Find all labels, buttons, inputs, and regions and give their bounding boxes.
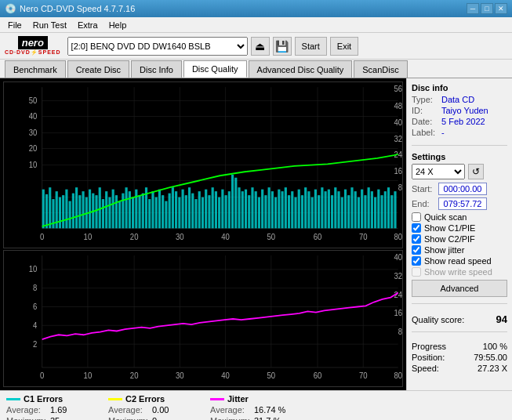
svg-rect-121 — [314, 190, 317, 229]
svg-rect-112 — [285, 187, 287, 228]
disc-info-title: Disc info — [412, 83, 507, 92]
svg-rect-96 — [231, 175, 234, 228]
svg-rect-44 — [59, 197, 61, 229]
svg-text:60: 60 — [314, 233, 322, 242]
svg-rect-57 — [102, 199, 104, 228]
maximize-button[interactable]: □ — [481, 3, 493, 14]
svg-rect-122 — [318, 195, 320, 228]
tab-advanced-disc-quality[interactable]: Advanced Disc Quality — [249, 60, 353, 78]
read-speed-label: Show read speed — [424, 256, 492, 266]
c1-maximum-value: 35 — [50, 416, 60, 420]
nero-subtitle: CD·DVD⚡SPEED — [5, 49, 61, 56]
c1-pie-checkbox[interactable] — [412, 223, 421, 233]
svg-rect-116 — [298, 190, 300, 229]
right-panel: Disc info Type: Data CD ID: Taiyo Yuden … — [406, 78, 512, 390]
disc-date-row: Date: 5 Feb 2022 — [412, 117, 507, 126]
advanced-button[interactable]: Advanced — [412, 280, 507, 297]
title-bar: 💿 Nero CD-DVD Speed 4.7.7.16 ─ □ ✕ — [0, 0, 512, 17]
svg-rect-45 — [62, 195, 64, 228]
eject-button[interactable]: ⏏ — [251, 37, 270, 56]
menu-file[interactable]: File — [3, 19, 27, 31]
svg-rect-144 — [390, 195, 393, 228]
svg-text:50: 50 — [267, 371, 275, 381]
tab-benchmark[interactable]: Benchmark — [5, 60, 66, 78]
progress-section: Progress 100 % Position: 79:55.00 Speed:… — [412, 342, 507, 375]
svg-rect-88 — [205, 190, 207, 229]
menu-extra[interactable]: Extra — [73, 19, 103, 31]
settings-title: Settings — [412, 152, 507, 161]
quick-scan-label: Quick scan — [424, 212, 467, 222]
svg-rect-65 — [129, 191, 131, 228]
svg-text:8: 8 — [398, 183, 402, 192]
svg-text:0: 0 — [40, 233, 45, 242]
svg-rect-132 — [350, 187, 353, 228]
svg-text:32: 32 — [394, 134, 402, 143]
c2-legend-label: C2 Errors — [125, 394, 165, 404]
svg-rect-143 — [387, 187, 390, 228]
svg-rect-67 — [135, 190, 137, 229]
svg-text:40: 40 — [29, 112, 38, 121]
svg-text:70: 70 — [359, 233, 368, 242]
exit-button[interactable]: Exit — [330, 37, 358, 56]
close-button[interactable]: ✕ — [495, 3, 507, 14]
menu-help[interactable]: Help — [104, 19, 132, 31]
tab-create-disc[interactable]: Create Disc — [67, 60, 129, 78]
svg-text:10: 10 — [84, 233, 93, 242]
svg-text:0: 0 — [40, 371, 45, 381]
menu-bar: File Run Test Extra Help — [0, 17, 512, 33]
svg-rect-130 — [344, 190, 347, 229]
tab-scan-disc[interactable]: ScanDisc — [354, 60, 407, 78]
app-title: Nero CD-DVD Speed 4.7.7.16 — [20, 4, 135, 13]
c1-average-label: Average: — [6, 405, 47, 415]
tab-disc-quality[interactable]: Disc Quality — [183, 60, 247, 78]
menu-run-test[interactable]: Run Test — [28, 19, 71, 31]
c1-pie-row: Show C1/PIE — [412, 223, 507, 233]
quality-label: Quality score: — [412, 315, 464, 324]
svg-text:8: 8 — [33, 284, 38, 293]
c2-maximum-row: Maximum: 0 — [108, 416, 194, 420]
svg-text:50: 50 — [267, 233, 275, 242]
c1-average-value: 1.69 — [50, 405, 67, 415]
disc-info-section: Disc info Type: Data CD ID: Taiyo Yuden … — [412, 83, 507, 139]
c1-legend-label: C1 Errors — [24, 394, 63, 404]
svg-text:20: 20 — [130, 371, 139, 381]
c2-average-row: Average: 0.00 — [108, 405, 194, 415]
svg-rect-83 — [188, 187, 191, 228]
svg-rect-127 — [334, 187, 336, 228]
write-speed-checkbox[interactable] — [412, 267, 421, 277]
svg-rect-139 — [374, 197, 376, 229]
svg-rect-123 — [321, 187, 323, 228]
svg-rect-103 — [255, 191, 257, 228]
svg-rect-107 — [268, 187, 271, 228]
svg-rect-110 — [278, 190, 280, 229]
svg-rect-58 — [105, 191, 107, 228]
quick-scan-checkbox[interactable] — [412, 212, 421, 222]
refresh-button[interactable]: ↺ — [468, 164, 484, 179]
read-speed-row: Show read speed — [412, 256, 507, 266]
c1-pie-label: Show C1/PIE — [424, 223, 475, 233]
id-label: ID: — [412, 106, 441, 115]
progress-value: 100 % — [483, 342, 507, 351]
speed-select[interactable]: 8 X16 X24 X32 X40 X48 X52 XMAX — [412, 164, 465, 179]
svg-text:10: 10 — [29, 265, 38, 274]
svg-rect-102 — [251, 187, 253, 228]
minimize-button[interactable]: ─ — [467, 3, 479, 14]
write-speed-row: Show write speed — [412, 267, 507, 277]
svg-text:80: 80 — [394, 371, 402, 381]
svg-text:32: 32 — [394, 271, 402, 281]
svg-rect-91 — [215, 191, 217, 228]
jitter-average-label: Average: — [210, 405, 251, 415]
svg-rect-84 — [191, 194, 194, 229]
svg-text:16: 16 — [394, 309, 402, 318]
c1-average-row: Average: 1.69 — [6, 405, 93, 415]
c2-pif-checkbox[interactable] — [412, 234, 421, 244]
main-content: 50 40 30 20 10 56 48 40 32 24 16 8 0 10 … — [0, 78, 512, 390]
date-value: 5 Feb 2022 — [441, 117, 485, 126]
save-button[interactable]: 💾 — [273, 37, 292, 56]
start-button[interactable]: Start — [295, 37, 327, 56]
read-speed-checkbox[interactable] — [412, 256, 421, 266]
tab-disc-info[interactable]: Disc Info — [131, 60, 182, 78]
c2-maximum-label: Maximum: — [108, 416, 149, 420]
jitter-checkbox[interactable] — [412, 245, 421, 255]
drive-select[interactable]: [2:0] BENQ DVD DD DW1640 BSLB — [67, 37, 248, 56]
